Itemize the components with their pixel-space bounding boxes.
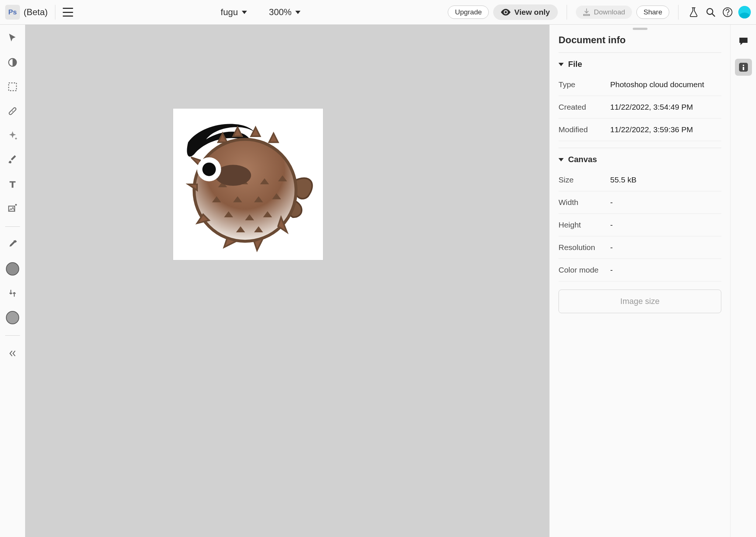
swap-colors[interactable] [6, 287, 19, 300]
svg-marker-15 [188, 184, 197, 190]
size-label: Size [559, 175, 610, 184]
height-row: Height - [559, 214, 721, 236]
height-value: - [610, 220, 721, 229]
menu-button[interactable] [63, 8, 73, 17]
height-label: Height [559, 220, 610, 229]
move-tool[interactable] [6, 31, 19, 45]
view-only-label: View only [514, 8, 550, 17]
svg-point-3 [727, 14, 728, 16]
modified-row: Modified 11/22/2022, 3:59:36 PM [559, 119, 721, 141]
collapse-icon [7, 348, 18, 359]
image-size-button: Image size [559, 290, 721, 313]
comment-icon [738, 37, 749, 46]
type-value: Photoshop cloud document [610, 80, 721, 89]
colormode-label: Color mode [559, 266, 610, 274]
beta-label: (Beta) [24, 7, 48, 17]
resolution-value: - [610, 243, 721, 252]
download-label: Download [594, 8, 625, 16]
file-section-header[interactable]: File [559, 52, 721, 73]
size-row: Size 55.5 kB [559, 169, 721, 191]
created-label: Created [559, 103, 610, 112]
document-name: fugu [221, 7, 238, 17]
type-label: Type [559, 80, 610, 89]
width-row: Width - [559, 191, 721, 214]
background-color[interactable] [6, 311, 19, 324]
search-button[interactable] [704, 6, 717, 18]
svg-marker-13 [269, 133, 278, 142]
selection-tool[interactable] [6, 80, 19, 93]
svg-point-35 [202, 163, 216, 176]
zoom-value: 300% [269, 7, 292, 17]
divider [678, 5, 678, 20]
svg-point-7 [12, 111, 13, 112]
divider [5, 226, 20, 227]
file-section-label: File [568, 59, 582, 69]
resolution-row: Resolution - [559, 236, 721, 259]
heal-tool[interactable] [6, 105, 19, 118]
brush-tool[interactable] [6, 153, 19, 167]
sparkle-icon [7, 130, 18, 141]
user-avatar[interactable] [738, 6, 751, 18]
search-icon [706, 7, 715, 17]
divider [567, 5, 567, 20]
svg-rect-5 [9, 83, 17, 91]
collapse-toolbar[interactable] [6, 347, 19, 360]
text-tool[interactable] [6, 178, 19, 191]
chevron-down-icon [559, 158, 564, 161]
app-logo[interactable]: Ps [5, 5, 20, 20]
width-label: Width [559, 198, 610, 207]
chevron-down-icon [559, 63, 564, 66]
panel-drag-handle[interactable] [633, 28, 647, 30]
canvas-area[interactable] [25, 25, 549, 537]
chevron-down-icon [295, 11, 300, 14]
right-rail [730, 25, 756, 537]
bandage-icon [7, 106, 18, 116]
labs-button[interactable] [687, 6, 700, 18]
swap-icon [7, 288, 18, 298]
left-toolbar [0, 25, 25, 537]
panel-title: Document info [559, 34, 721, 46]
modified-value: 11/22/2022, 3:59:36 PM [610, 125, 721, 134]
modified-label: Modified [559, 125, 610, 134]
divider [5, 335, 20, 336]
resolution-label: Resolution [559, 243, 610, 252]
eyedropper-icon [7, 239, 18, 250]
circle-half-icon [7, 57, 18, 68]
upgrade-button[interactable]: Upgrade [448, 6, 489, 19]
divider [55, 5, 55, 20]
download-icon [583, 8, 590, 16]
canvas-section-header[interactable]: Canvas [559, 148, 721, 169]
eyedropper-tool[interactable] [6, 238, 19, 251]
canvas-content [173, 109, 323, 260]
svg-rect-38 [743, 67, 744, 70]
created-value: 11/22/2022, 3:54:49 PM [610, 103, 721, 112]
colormode-value: - [610, 266, 721, 274]
add-image-tool[interactable] [6, 202, 19, 215]
flask-icon [689, 7, 698, 17]
svg-marker-18 [254, 238, 263, 250]
svg-marker-12 [251, 127, 260, 136]
canvas-section-label: Canvas [568, 155, 597, 164]
download-button: Download [576, 6, 632, 19]
share-button[interactable]: Share [636, 6, 669, 19]
size-value: 55.5 kB [610, 175, 721, 184]
chevron-down-icon [242, 11, 247, 14]
svg-point-37 [743, 65, 744, 66]
info-button[interactable] [735, 59, 752, 76]
help-icon [722, 7, 733, 17]
eye-icon [501, 9, 511, 16]
info-icon [738, 62, 749, 72]
foreground-color[interactable] [6, 262, 19, 276]
zoom-dropdown[interactable]: 300% [269, 7, 300, 17]
help-button[interactable] [721, 6, 734, 18]
svg-point-0 [505, 11, 507, 13]
comments-button[interactable] [735, 33, 752, 50]
document-info-panel: Document info File Type Photoshop cloud … [549, 25, 730, 537]
artboard[interactable] [173, 109, 323, 260]
view-only-indicator[interactable]: View only [493, 4, 557, 20]
shape-tool[interactable] [6, 56, 19, 69]
sparkle-tool[interactable] [6, 129, 19, 142]
document-name-dropdown[interactable]: fugu [221, 7, 247, 17]
brush-icon [7, 155, 18, 165]
image-plus-icon [7, 203, 18, 214]
